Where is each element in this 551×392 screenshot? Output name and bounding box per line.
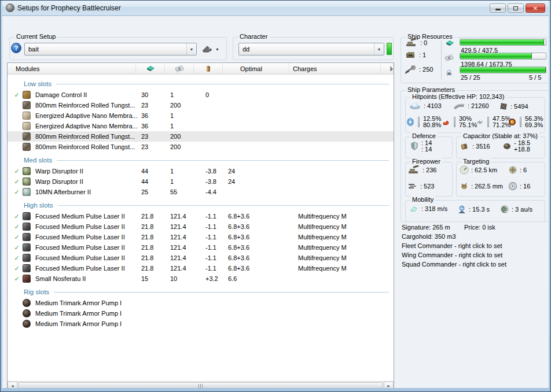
module-row[interactable]: ✓Focused Medium Pulse Laser II21.8121.4-… xyxy=(8,263,394,273)
nano-membrane-icon xyxy=(23,122,35,130)
current-setup-label: Current Setup xyxy=(14,33,57,40)
titlebar[interactable]: Setups for Prophecy Battlecruiser ✕ xyxy=(2,1,549,16)
module-cpu-value: 36 xyxy=(139,123,168,130)
right-panel: Ship Resources : 0 : 1 : 250 429.5 / 437… xyxy=(397,16,549,388)
em-resist-icon xyxy=(406,117,414,127)
horizontal-scrollbar[interactable]: ◄ ► xyxy=(8,381,394,388)
module-optimal-value: 24 xyxy=(226,168,293,175)
modules-column-header[interactable]: Modules xyxy=(8,63,136,74)
module-powergrid-value: 121.4 xyxy=(168,223,197,230)
character-select[interactable]: dd ▼ xyxy=(238,43,384,56)
module-active-check-icon: ✓ xyxy=(11,91,23,99)
cpu-bar xyxy=(460,39,546,46)
chevron-down-icon[interactable]: ▼ xyxy=(186,43,196,55)
module-row[interactable]: 800mm Reinforced Rolled Tungst...23200 xyxy=(8,100,394,110)
module-powergrid-value: 121.4 xyxy=(168,254,197,261)
module-active-check-icon: ✓ xyxy=(11,234,23,241)
cpu-column-header[interactable] xyxy=(136,63,165,74)
module-row[interactable]: Energized Adaptive Nano Membra...361 xyxy=(8,110,394,121)
kinetic-resist: 47.5%71.2% xyxy=(475,116,510,128)
module-row[interactable]: ✓Warp Disruptor II441-3.824 xyxy=(8,176,394,187)
pg-resource-icon-wrap xyxy=(445,53,454,62)
align-time: : 15.3 s xyxy=(457,205,490,214)
module-powergrid-value: 10 xyxy=(168,275,197,282)
module-powergrid-value: 121.4 xyxy=(168,265,197,272)
launcher-hardpoints: : 1 xyxy=(405,51,426,59)
firepower-volley: : 523 xyxy=(407,183,434,190)
turret-icon xyxy=(405,38,418,47)
squad-commander-text[interactable]: Squad Commander - right click to set xyxy=(402,261,506,268)
module-row[interactable]: ✓10MN Afterburner II2555-4.4 xyxy=(8,187,394,197)
module-row[interactable]: Medium Trimark Armor Pump I xyxy=(8,308,394,319)
module-cpu-value: 44 xyxy=(139,178,168,185)
module-row[interactable]: ✓Focused Medium Pulse Laser II21.8121.4-… xyxy=(8,253,394,263)
module-cap-value: -1.1 xyxy=(197,254,226,261)
module-row[interactable]: 800mm Reinforced Rolled Tungst...23200 xyxy=(8,142,394,152)
module-charge-name: Multifrequency M xyxy=(293,244,347,251)
module-name: 800mm Reinforced Rolled Tungst... xyxy=(35,102,139,109)
module-charge-name: Multifrequency M xyxy=(293,265,347,272)
module-row[interactable]: ✓Focused Medium Pulse Laser II21.8121.4-… xyxy=(8,232,394,242)
module-name: Focused Medium Pulse Laser II xyxy=(35,223,139,230)
warp-speed-icon xyxy=(500,205,509,214)
minimize-button[interactable] xyxy=(490,3,506,13)
capacitor-column-header[interactable] xyxy=(194,63,223,74)
shield-icon xyxy=(409,102,421,110)
close-button[interactable]: ✕ xyxy=(526,3,545,13)
defence-shield-icon xyxy=(410,141,419,151)
module-cap-value: -3.8 xyxy=(197,178,226,185)
module-row[interactable]: ✓Warp Disruptor II441-3.824 xyxy=(8,166,394,176)
chevron-down-icon[interactable]: ▼ xyxy=(374,43,384,55)
scroll-left-icon[interactable]: ◄ xyxy=(8,382,17,388)
module-optimal-value: 6.8+3.6 xyxy=(226,213,293,220)
defence-values: : 14: 14 xyxy=(410,140,432,153)
module-row[interactable]: ✓Focused Medium Pulse Laser II21.8121.4-… xyxy=(8,211,394,221)
armor-plate-icon xyxy=(23,132,35,140)
app-window: Setups for Prophecy Battlecruiser ✕ ? Cu… xyxy=(0,0,551,392)
module-cpu-value: 23 xyxy=(139,102,168,109)
module-cap-value: +3.2 xyxy=(197,275,226,282)
armor-plate-icon xyxy=(23,143,35,151)
turret-hardpoints: : 0 xyxy=(405,38,427,47)
module-row[interactable]: 800mm Reinforced Rolled Tungst...23200 xyxy=(8,131,394,142)
module-cpu-value: 21.8 xyxy=(139,244,168,251)
fleet-commander-text[interactable]: Fleet Commander - right click to set xyxy=(402,242,502,249)
scrollbar-thumb[interactable] xyxy=(18,382,383,388)
capacitor-icon xyxy=(460,142,470,151)
optimal-column-header[interactable]: Optimal xyxy=(223,63,289,74)
pulse-laser-icon xyxy=(23,243,35,252)
module-cpu-value: 25 xyxy=(139,188,168,195)
module-name: 10MN Afterburner II xyxy=(35,188,139,195)
drone-slots: 5 / 5 xyxy=(529,74,541,81)
scroll-right-icon[interactable]: ► xyxy=(384,382,394,388)
capacitor-amount: : 3516 xyxy=(460,142,490,151)
clipped-column-header[interactable]: H xyxy=(390,63,394,74)
wing-commander-text[interactable]: Wing Commander - right click to set xyxy=(402,252,502,258)
setup-select[interactable]: bait ▼ xyxy=(24,43,197,56)
module-row[interactable]: Medium Trimark Armor Pump I xyxy=(8,319,394,329)
module-active-check-icon: ✓ xyxy=(11,275,23,283)
charges-column-header[interactable]: Charges xyxy=(289,63,381,74)
character-value: dd xyxy=(243,46,249,53)
character-label: Character xyxy=(238,33,269,40)
structure-hp: : 5494 xyxy=(499,102,528,111)
scan-resolution: : 262.5 mm xyxy=(460,182,503,191)
module-row[interactable]: ✓Focused Medium Pulse Laser II21.8121.4-… xyxy=(8,242,394,253)
em-resist: 12.5%80.8% xyxy=(406,116,441,128)
capacitor-delta-icon xyxy=(502,142,512,150)
table-header: Modules Optimal Charges H xyxy=(8,63,394,75)
module-row[interactable]: ✓Damage Control II3010 xyxy=(8,90,394,100)
module-powergrid-value: 1 xyxy=(168,112,197,119)
module-row[interactable]: ✓Focused Medium Pulse Laser II21.8121.4-… xyxy=(8,221,394,232)
module-cap-value: -4.4 xyxy=(197,188,226,195)
module-row[interactable]: Energized Adaptive Nano Membra...361 xyxy=(8,121,394,131)
ship-icon xyxy=(201,45,213,53)
module-optimal-value: 6.6 xyxy=(226,275,293,282)
module-name: Energized Adaptive Nano Membra... xyxy=(35,123,139,130)
module-name: Medium Trimark Armor Pump I xyxy=(35,299,139,306)
module-row[interactable]: Medium Trimark Armor Pump I xyxy=(8,298,394,308)
powergrid-column-header[interactable] xyxy=(165,63,194,74)
module-row[interactable]: ✓Small Nosferatu II1510+3.26.6 xyxy=(8,273,394,284)
ship-tools-button[interactable]: ▼ xyxy=(201,43,225,55)
restore-button[interactable] xyxy=(508,3,524,13)
